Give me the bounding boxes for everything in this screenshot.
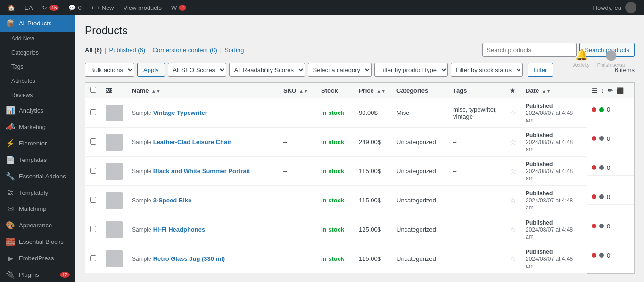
adminbar-site[interactable]: EA: [21, 0, 36, 15]
sidebar-label-reviews: Reviews: [11, 92, 33, 98]
search-input[interactable]: [482, 43, 577, 57]
row-checkbox[interactable]: [90, 226, 96, 232]
product-name-link[interactable]: Retro Glass Jug (330 ml): [153, 255, 225, 262]
tab-published[interactable]: Published (6): [109, 47, 146, 54]
row-tags-cell: –: [448, 128, 505, 157]
sidebar-item-attributes[interactable]: Attributes: [0, 74, 75, 88]
row-image-cell: [101, 186, 127, 215]
table-row: SampleLeather-Clad Leisure Chair – In st…: [85, 128, 635, 157]
stock-status: In stock: [321, 197, 344, 204]
seo-dot: [592, 136, 596, 141]
row-price-cell: 115.00$: [354, 186, 392, 215]
sidebar-item-elementor[interactable]: ⚡ Elementor: [0, 135, 75, 152]
row-checkbox[interactable]: [90, 255, 96, 261]
th-date[interactable]: Date ▲▼: [521, 83, 587, 98]
publish-date: 2024/08/07 at 4:48 am: [526, 226, 573, 240]
sidebar-item-reviews[interactable]: Reviews: [0, 88, 75, 102]
th-sku[interactable]: SKU ▲▼: [279, 83, 316, 98]
row-sku-cell: –: [279, 157, 316, 186]
product-thumbnail: [106, 192, 123, 209]
row-name-cell: SampleHi-Fi Headphones: [127, 215, 279, 244]
product-name-link[interactable]: Hi-Fi Headphones: [153, 226, 206, 233]
publish-date: 2024/08/07 at 4:48 am: [526, 168, 573, 182]
sidebar-item-templates[interactable]: 📄 Templates: [0, 152, 75, 168]
featured-star[interactable]: ☆: [510, 138, 516, 146]
featured-star[interactable]: ☆: [510, 196, 516, 204]
featured-star[interactable]: ☆: [510, 226, 516, 234]
th-price[interactable]: Price ▲▼: [354, 83, 392, 98]
th-name[interactable]: Name ▲▼: [127, 83, 279, 98]
sidebar-label-add-new: Add New: [11, 35, 34, 42]
adminbar-new[interactable]: + + New: [87, 0, 118, 15]
updates-icon: ↻: [42, 4, 47, 11]
row-checkbox-cell: [85, 128, 101, 157]
row-checkbox[interactable]: [90, 138, 96, 145]
featured-star[interactable]: ☆: [510, 109, 516, 117]
finish-setup-button[interactable]: ⬤ Finish setup: [597, 49, 625, 68]
sidebar-item-add-new[interactable]: Add New: [0, 32, 75, 46]
activity-button[interactable]: 🔔 Activity: [573, 49, 590, 68]
sidebar-item-all-products[interactable]: 📦 All Products: [0, 15, 75, 32]
product-name-link[interactable]: 3-Speed Bike: [153, 197, 192, 204]
row-tags-cell: misc, typewriter, vintage: [448, 98, 505, 128]
row-checkbox[interactable]: [90, 109, 96, 115]
tab-sep-1: |: [105, 47, 106, 54]
sidebar-item-marketing[interactable]: 📣 Marketing: [0, 119, 75, 135]
col-icon-4[interactable]: ⬛: [616, 87, 624, 94]
select-all-checkbox[interactable]: [90, 87, 96, 93]
row-checkbox[interactable]: [90, 168, 96, 174]
adminbar-comments[interactable]: 💬 0: [65, 0, 85, 15]
filter-button[interactable]: Filter: [528, 63, 553, 77]
sidebar-item-embedpress[interactable]: ▶ EmbedPress: [0, 250, 75, 266]
row-checkbox-cell: [85, 186, 101, 215]
readability-select[interactable]: All Readability Scores: [229, 63, 305, 77]
product-name-link[interactable]: Black and White Summer Portrait: [153, 168, 250, 175]
row-checkbox[interactable]: [90, 197, 96, 203]
page-title: Products: [85, 24, 635, 37]
tab-sep-3: |: [220, 47, 222, 54]
bulk-actions-select[interactable]: Bulk actions: [85, 63, 134, 77]
row-featured-cell: ☆: [505, 157, 521, 186]
col-icon-1[interactable]: ☰: [592, 87, 597, 94]
sidebar-item-analytics[interactable]: 📊 Analytics: [0, 102, 75, 119]
tab-sorting[interactable]: Sorting: [224, 47, 244, 54]
sidebar-item-appearance[interactable]: 🎨 Appearance: [0, 217, 75, 234]
sidebar-item-categories[interactable]: Categories: [0, 46, 75, 60]
adminbar-home[interactable]: 🏠: [4, 0, 19, 15]
adminbar-updates[interactable]: ↻ 15: [38, 0, 63, 15]
adminbar-view-products[interactable]: View products: [120, 0, 165, 15]
th-image: 🖼: [101, 83, 127, 98]
row-action-icons-cell: 0: [587, 215, 634, 234]
sku-sort-icon: ▲▼: [299, 89, 308, 94]
adminbar-howdy[interactable]: Howdy, ea: [589, 0, 640, 15]
adminbar-woo[interactable]: W 2: [167, 0, 190, 15]
tab-cornerstone[interactable]: Cornerstone content (0): [153, 47, 217, 54]
tab-sep-2: |: [148, 47, 149, 54]
sidebar-item-mailchimp[interactable]: ✉ Mailchimp: [0, 201, 75, 217]
stock-status-select[interactable]: Filter by stock status: [451, 63, 523, 77]
readability-dot: [599, 194, 604, 199]
row-name-cell: Sample3-Speed Bike: [127, 186, 279, 215]
new-label: + New: [96, 4, 114, 11]
col-icon-2[interactable]: ↕: [601, 87, 604, 94]
apply-button[interactable]: Apply: [137, 63, 165, 77]
sidebar-item-essential-blocks[interactable]: 🧱 Essential Blocks: [0, 234, 75, 250]
tabs-bar: All (6) | Published (6) | Cornerstone co…: [85, 43, 635, 57]
featured-star[interactable]: ☆: [510, 255, 516, 263]
featured-star[interactable]: ☆: [510, 167, 516, 175]
tab-all[interactable]: All (6): [85, 47, 102, 54]
essential-addons-icon: 🔧: [6, 172, 15, 181]
product-type-select[interactable]: Filter by product type: [374, 63, 448, 77]
seo-scores-select[interactable]: All SEO Scores: [168, 63, 226, 77]
sidebar-item-tags[interactable]: Tags: [0, 60, 75, 74]
sidebar-item-plugins[interactable]: 🔌 Plugins 12: [0, 266, 75, 282]
row-checkbox-cell: [85, 157, 101, 186]
sidebar-item-essential-addons[interactable]: 🔧 Essential Addons: [0, 168, 75, 185]
sample-badge: Sample: [132, 139, 151, 145]
sidebar-item-templately[interactable]: 🗂 Templately: [0, 185, 75, 201]
category-select[interactable]: Select a category: [308, 63, 372, 77]
product-name-link[interactable]: Leather-Clad Leisure Chair: [153, 138, 231, 145]
product-name-link[interactable]: Vintage Typewriter: [153, 109, 207, 116]
row-image-cell: [101, 98, 127, 128]
col-icon-3[interactable]: ✏: [608, 87, 613, 94]
